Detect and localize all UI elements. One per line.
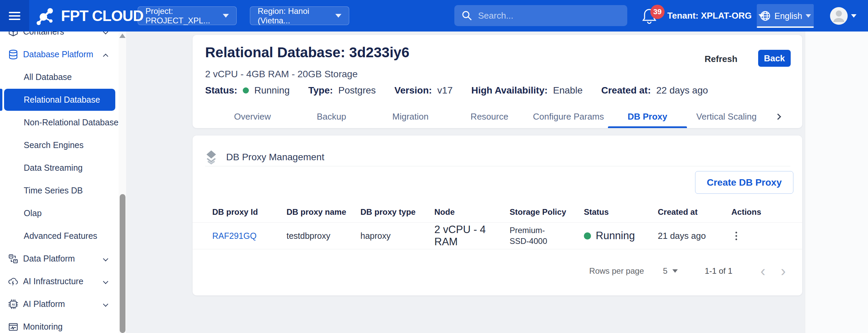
column-header-status: Status: [584, 207, 658, 217]
sidebar-item-database-platform[interactable]: Database Platform: [0, 43, 126, 66]
app-window: FPT CLOUD Project: PROJECT_XPL... Region…: [0, 0, 868, 333]
sidebar-item-ai-platform[interactable]: AI AI Platform: [0, 293, 126, 315]
region-selector-label: Region: Hanoi (Vietna...: [258, 6, 327, 25]
column-header-db-proxy-type: DB proxy type: [360, 207, 434, 217]
status-value: Running: [254, 85, 290, 96]
instance-spec-summary: 2 vCPU - 4GB RAM - 20GB Storage: [205, 69, 358, 80]
chevron-down-icon: [335, 14, 341, 18]
divider: [205, 166, 790, 166]
column-header-db-proxy-name: DB proxy name: [287, 207, 360, 217]
create-db-proxy-button[interactable]: Create DB Proxy: [695, 171, 793, 194]
status-dot-icon: [584, 232, 591, 240]
tabs-scroll-right-button[interactable]: [766, 107, 790, 126]
proxy-name-cell: testdbproxy: [287, 231, 360, 241]
region-selector[interactable]: Region: Hanoi (Vietna...: [250, 6, 349, 25]
db-proxy-card: DB Proxy Management Create DB Proxy DB p…: [193, 136, 802, 295]
sidebar-item-containers[interactable]: Containers: [0, 32, 126, 43]
tab-migration[interactable]: Migration: [371, 107, 450, 126]
table-header-row: DB proxy Id DB proxy name DB proxy type …: [193, 202, 802, 222]
tab-vertical-scaling[interactable]: Vertical Scaling: [687, 107, 766, 126]
chevron-down-icon: [851, 14, 856, 18]
tenant-selector[interactable]: Tenant: XPLAT-ORG: [667, 0, 764, 32]
svg-text:AI: AI: [12, 303, 15, 306]
sidebar-item-advanced-features[interactable]: Advanced Features: [0, 225, 126, 247]
page-title: Relational Database: 3d233iy6: [205, 44, 409, 61]
tab-resource[interactable]: Resource: [450, 107, 529, 126]
rows-per-page-label: Rows per page: [589, 266, 644, 276]
tab-db-proxy[interactable]: DB Proxy: [608, 107, 687, 126]
search-input[interactable]: [478, 11, 620, 21]
created-at-cell: 21 days ago: [658, 231, 731, 241]
main-content: Relational Database: 3d233iy6 Refresh Ba…: [126, 32, 868, 333]
next-page-button[interactable]: ›: [773, 261, 793, 281]
fpt-cloud-logo[interactable]: FPT CLOUD: [35, 0, 143, 32]
sidebar-item-time-series-db[interactable]: Time Series DB: [0, 179, 126, 202]
created-at-field: Created at: 22 days ago: [601, 85, 708, 96]
status-cell: Running: [584, 230, 658, 242]
tab-backup[interactable]: Backup: [292, 107, 371, 126]
database-detail-header-card: Relational Database: 3d233iy6 Refresh Ba…: [193, 35, 802, 128]
rows-per-page-select[interactable]: 5: [663, 266, 677, 276]
data-platform-icon: [8, 254, 18, 264]
type-value: Postgres: [338, 85, 376, 96]
menu-toggle-button[interactable]: [0, 0, 29, 32]
account-menu[interactable]: [830, 7, 856, 25]
table-row: RAF291GQ testdbproxy haproxy 2 vCPU - 4 …: [193, 222, 802, 249]
global-search: [454, 5, 627, 26]
language-label: English: [774, 11, 802, 21]
ai-chip-icon: AI: [8, 299, 18, 309]
sidebar-item-non-relational-database[interactable]: Non-Relational Database: [0, 111, 126, 134]
logo-wordmark: FPT CLOUD: [61, 7, 143, 24]
sidebar-item-data-platform[interactable]: Data Platform: [0, 247, 126, 270]
sidebar-item-search-engines[interactable]: Search Engines: [0, 134, 126, 157]
detail-tabs: Overview Backup Migration Resource Confi…: [213, 107, 791, 128]
proxy-type-cell: haproxy: [360, 231, 434, 241]
tab-configure-params[interactable]: Configure Params: [529, 107, 608, 126]
selected-edge-strip: [0, 89, 2, 111]
sidebar-navigation: Containers Database Platform All Databas…: [0, 32, 126, 333]
chevron-down-icon: [806, 14, 811, 18]
chevron-right-icon: [775, 113, 781, 120]
status-text: Running: [596, 230, 635, 242]
notification-count-badge: 39: [650, 5, 665, 19]
monitoring-icon: [8, 322, 18, 332]
language-selector[interactable]: English: [757, 4, 814, 28]
previous-page-button[interactable]: ‹: [753, 261, 773, 281]
chevron-up-icon: [104, 49, 107, 59]
sidebar-item-all-database[interactable]: All Database: [0, 66, 126, 88]
tab-overview[interactable]: Overview: [213, 107, 292, 126]
column-header-node: Node: [434, 207, 510, 217]
sidebar-item-ai-infrastructure[interactable]: AI Infrastructure: [0, 270, 126, 293]
column-header-actions: Actions: [731, 207, 802, 217]
search-icon: [461, 10, 473, 21]
sidebar-item-olap[interactable]: Olap: [0, 202, 126, 225]
status-field: Status: Running: [205, 85, 290, 96]
chevron-down-icon: [223, 14, 229, 18]
db-proxy-table: DB proxy Id DB proxy name DB proxy type …: [193, 202, 802, 249]
section-title: DB Proxy Management: [226, 152, 324, 163]
version-field: Version: v17: [394, 85, 453, 96]
sidebar-item-relational-database[interactable]: Relational Database: [0, 88, 126, 111]
avatar: [830, 7, 848, 25]
high-availability-value: Enable: [553, 85, 583, 96]
chevron-down-icon: [104, 299, 107, 309]
sidebar-scrollbar-thumb[interactable]: [120, 194, 125, 333]
project-selector[interactable]: Project: PROJECT_XPL...: [138, 6, 237, 25]
sidebar-scrollbar[interactable]: [119, 32, 126, 333]
tenant-label: Tenant: XPLAT-ORG: [667, 11, 752, 21]
high-availability-field: High Availability: Enable: [471, 85, 583, 96]
sidebar-item-data-streaming[interactable]: Data Streaming: [0, 157, 126, 179]
status-dot-icon: [243, 87, 249, 93]
notifications-button[interactable]: 39: [642, 7, 662, 28]
proxy-id-link[interactable]: RAF291GQ: [212, 231, 287, 241]
sidebar-item-monitoring[interactable]: Monitoring: [0, 315, 126, 333]
row-actions-menu-button[interactable]: [731, 232, 745, 240]
column-header-storage-policy: Storage Policy: [510, 207, 584, 217]
refresh-button[interactable]: Refresh: [705, 50, 737, 67]
node-cell: 2 vCPU - 4 RAM: [434, 224, 510, 248]
back-button[interactable]: Back: [758, 50, 791, 67]
version-value: v17: [437, 85, 453, 96]
scroll-up-arrow-icon[interactable]: [119, 34, 125, 38]
active-tab-indicator: [608, 126, 687, 128]
column-header-created-at: Created at: [658, 207, 731, 217]
